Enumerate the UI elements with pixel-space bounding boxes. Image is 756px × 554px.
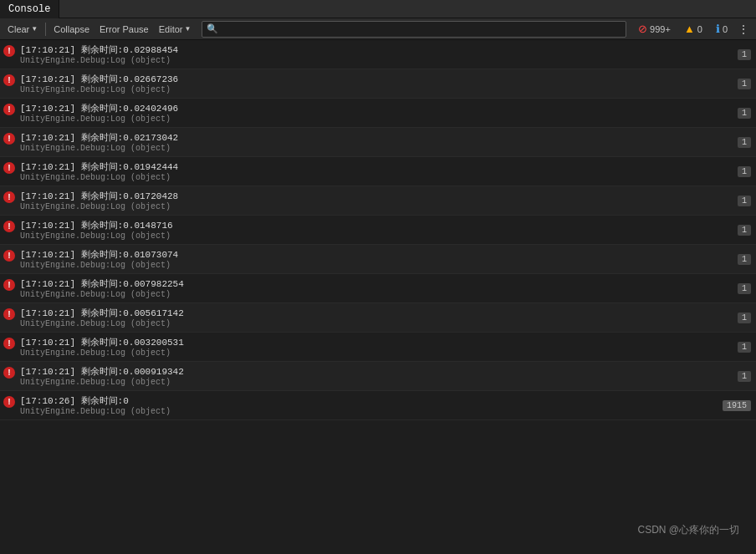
- log-count-badge: 1: [738, 49, 751, 60]
- log-count-col: 1: [714, 99, 756, 127]
- error-icon: !: [3, 396, 15, 408]
- log-entry[interactable]: ![17:10:21] 剩余时间:0.003200531UnityEngine.…: [0, 333, 756, 362]
- log-entry[interactable]: ![17:10:21] 剩余时间:0.02667236UnityEngine.D…: [0, 69, 756, 99]
- log-entry[interactable]: ![17:10:26] 剩余时间:0UnityEngine.Debug:Log …: [0, 391, 756, 420]
- log-text-col: [17:10:21] 剩余时间:0.01073074UnityEngine.De…: [18, 245, 714, 273]
- log-text-col: [17:10:21] 剩余时间:0.003200531UnityEngine.D…: [18, 333, 714, 361]
- search-input[interactable]: [202, 21, 626, 38]
- log-count-badge: 1: [738, 254, 751, 265]
- log-text-col: [17:10:21] 剩余时间:0.007982254UnityEngine.D…: [18, 274, 714, 302]
- log-count-col: 1: [714, 362, 756, 390]
- log-entry[interactable]: ![17:10:21] 剩余时间:0.007982254UnityEngine.…: [0, 274, 756, 303]
- editor-label: Editor: [159, 24, 183, 34]
- log-sub-text: UnityEngine.Debug:Log (object): [20, 348, 711, 358]
- log-count-col: 1: [714, 245, 756, 273]
- log-main-text: [17:10:21] 剩余时间:0.007982254: [20, 277, 711, 290]
- tab-bar: Console: [0, 0, 756, 18]
- collapse-label: Collapse: [54, 24, 89, 34]
- log-entry[interactable]: ![17:10:21] 剩余时间:0.000919342UnityEngine.…: [0, 362, 756, 391]
- log-count-badge: 1: [738, 283, 751, 294]
- clear-label: Clear: [8, 24, 29, 34]
- editor-button[interactable]: Editor ▼: [155, 21, 196, 38]
- log-count-badge: 1: [738, 313, 751, 323]
- error-icon: !: [3, 250, 15, 262]
- log-main-text: [17:10:21] 剩余时间:0.01720428: [20, 190, 711, 202]
- warning-badge[interactable]: ▲ 0: [679, 21, 707, 38]
- log-main-text: [17:10:21] 剩余时间:0.01073074: [20, 248, 711, 261]
- log-entry[interactable]: ![17:10:21] 剩余时间:0.02402496UnityEngine.D…: [0, 99, 756, 128]
- log-text-col: [17:10:21] 剩余时间:0.01942444UnityEngine.De…: [18, 157, 714, 186]
- log-text-col: [17:10:21] 剩余时间:0.02173042UnityEngine.De…: [18, 128, 714, 156]
- warning-badge-icon: ▲: [684, 23, 695, 35]
- log-main-text: [17:10:21] 剩余时间:0.005617142: [20, 307, 711, 319]
- log-count-badge: 1: [738, 371, 751, 382]
- console-tab[interactable]: Console: [0, 0, 59, 18]
- log-icon-col: !: [0, 333, 18, 361]
- editor-dropdown-icon: ▼: [184, 25, 191, 33]
- log-count-col: 1: [714, 69, 756, 98]
- log-sub-text: UnityEngine.Debug:Log (object): [20, 56, 711, 65]
- log-count-badge: 1: [738, 137, 751, 148]
- log-sub-text: UnityEngine.Debug:Log (object): [20, 85, 711, 94]
- log-entry[interactable]: ![17:10:21] 剩余时间:0.01073074UnityEngine.D…: [0, 245, 756, 274]
- search-bar: 🔍: [202, 21, 626, 38]
- error-pause-button[interactable]: Error Pause: [95, 21, 153, 38]
- collapse-button[interactable]: Collapse: [49, 21, 94, 38]
- log-count-badge: 1: [738, 225, 751, 236]
- log-main-text: [17:10:21] 剩余时间:0.02667236: [20, 73, 711, 85]
- log-main-text: [17:10:21] 剩余时间:0.02988454: [20, 43, 711, 56]
- console-tab-label: Console: [8, 3, 50, 15]
- log-text-col: [17:10:21] 剩余时间:0.01720428UnityEngine.De…: [18, 186, 714, 215]
- overflow-menu-button[interactable]: ⋮: [734, 23, 753, 36]
- log-text-col: [17:10:21] 剩余时间:0.02402496UnityEngine.De…: [18, 99, 714, 127]
- error-icon: !: [3, 162, 15, 174]
- log-text-col: [17:10:21] 剩余时间:0.0148716UnityEngine.Deb…: [18, 216, 714, 244]
- error-icon: !: [3, 133, 15, 145]
- log-sub-text: UnityEngine.Debug:Log (object): [20, 202, 711, 211]
- log-entry[interactable]: ![17:10:21] 剩余时间:0.02173042UnityEngine.D…: [0, 128, 756, 157]
- log-count-badge: 1: [738, 108, 751, 119]
- log-sub-text: UnityEngine.Debug:Log (object): [20, 261, 711, 270]
- log-sub-text: UnityEngine.Debug:Log (object): [20, 231, 711, 241]
- error-pause-label: Error Pause: [100, 24, 149, 34]
- log-sub-text: UnityEngine.Debug:Log (object): [20, 173, 711, 182]
- log-entry[interactable]: ![17:10:21] 剩余时间:0.005617142UnityEngine.…: [0, 303, 756, 333]
- log-text-col: [17:10:26] 剩余时间:0UnityEngine.Debug:Log (…: [18, 391, 714, 419]
- log-icon-col: !: [0, 99, 18, 127]
- log-icon-col: !: [0, 186, 18, 215]
- error-badge[interactable]: ⊘ 999+: [633, 21, 676, 38]
- error-icon: !: [3, 279, 15, 291]
- log-text-col: [17:10:21] 剩余时间:0.02667236UnityEngine.De…: [18, 69, 714, 98]
- log-main-text: [17:10:21] 剩余时间:0.01942444: [20, 160, 711, 173]
- log-entry[interactable]: ![17:10:21] 剩余时间:0.02988454UnityEngine.D…: [0, 40, 756, 69]
- warning-badge-count: 0: [697, 24, 702, 34]
- log-count-badge: 1: [738, 166, 751, 177]
- log-sub-text: UnityEngine.Debug:Log (object): [20, 319, 711, 328]
- log-entry[interactable]: ![17:10:21] 剩余时间:0.01942444UnityEngine.D…: [0, 157, 756, 186]
- log-text-col: [17:10:21] 剩余时间:0.02988454UnityEngine.De…: [18, 40, 714, 69]
- info-badge[interactable]: ℹ 0: [711, 21, 733, 38]
- log-icon-col: !: [0, 362, 18, 390]
- log-main-text: [17:10:21] 剩余时间:0.000919342: [20, 365, 711, 378]
- log-entry[interactable]: ![17:10:21] 剩余时间:0.0148716UnityEngine.De…: [0, 216, 756, 245]
- log-main-text: [17:10:21] 剩余时间:0.02173042: [20, 131, 711, 144]
- console-log-list[interactable]: ![17:10:21] 剩余时间:0.02988454UnityEngine.D…: [0, 40, 756, 554]
- log-entry[interactable]: ![17:10:21] 剩余时间:0.01720428UnityEngine.D…: [0, 186, 756, 216]
- log-count-col: 1: [714, 216, 756, 244]
- log-icon-col: !: [0, 391, 18, 419]
- info-badge-icon: ℹ: [716, 23, 720, 35]
- log-main-text: [17:10:21] 剩余时间:0.02402496: [20, 102, 711, 114]
- log-sub-text: UnityEngine.Debug:Log (object): [20, 290, 711, 299]
- log-text-col: [17:10:21] 剩余时间:0.005617142UnityEngine.D…: [18, 303, 714, 332]
- log-count-badge: 1: [738, 79, 751, 89]
- log-icon-col: !: [0, 40, 18, 69]
- log-sub-text: UnityEngine.Debug:Log (object): [20, 144, 711, 153]
- log-main-text: [17:10:21] 剩余时间:0.003200531: [20, 336, 711, 348]
- log-count-badge: 1: [738, 342, 751, 353]
- info-badge-count: 0: [723, 24, 728, 34]
- clear-button[interactable]: Clear ▼: [3, 21, 42, 38]
- clear-dropdown-icon: ▼: [31, 25, 38, 33]
- log-count-badge: 1915: [723, 400, 751, 411]
- search-icon: 🔍: [207, 23, 218, 34]
- watermark: CSDN @心疼你的一切: [637, 523, 739, 537]
